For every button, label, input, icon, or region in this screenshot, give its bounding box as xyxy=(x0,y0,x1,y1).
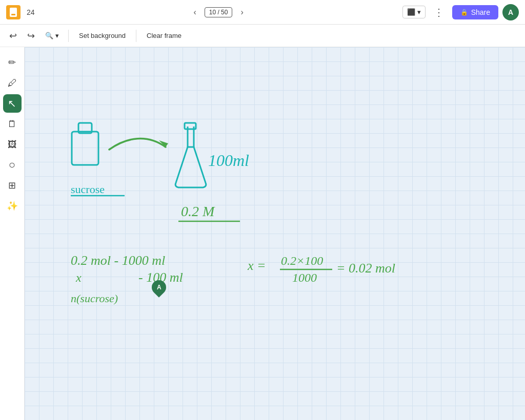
marker-icon: 🖊 xyxy=(8,78,17,89)
top-bar: 24 ‹ 10 / 50 › ⬛ ▾ ⋮ 🔒 Share A xyxy=(0,0,525,25)
marker-tool-button[interactable]: 🖊 xyxy=(3,74,22,92)
zoom-button[interactable]: 🔍 ▾ xyxy=(42,30,62,41)
redo-button[interactable]: ↪ xyxy=(24,28,38,44)
screen-chevron: ▾ xyxy=(417,8,421,16)
shape-icon: ○ xyxy=(9,159,15,171)
volume-label: 100ml xyxy=(208,151,249,170)
eq-x1: x xyxy=(75,271,82,284)
slide-number: 24 xyxy=(27,8,35,16)
nav-next-button[interactable]: › xyxy=(236,6,247,19)
flask xyxy=(175,123,206,187)
select-tool-button[interactable]: ↖ xyxy=(3,94,22,113)
arrow xyxy=(109,139,168,150)
toolbar-divider-2 xyxy=(136,30,136,42)
collaborator-avatar-label: A xyxy=(157,284,161,291)
main-area: ✏ 🖊 ↖ 🗒 🖼 ○ ⊞ ✨ xyxy=(0,47,525,420)
magic-tool-button[interactable]: ✨ xyxy=(3,197,22,215)
set-background-button[interactable]: Set background xyxy=(75,30,130,41)
sticky-note-tool-button[interactable]: 🗒 xyxy=(3,115,22,133)
molarity-label: 0.2 M xyxy=(181,203,215,219)
undo-button[interactable]: ↩ xyxy=(6,28,20,44)
zoom-chevron: ▾ xyxy=(55,32,59,39)
shape-tool-button[interactable]: ○ xyxy=(3,156,22,174)
magic-icon: ✨ xyxy=(7,200,18,212)
svg-rect-0 xyxy=(72,132,98,165)
zoom-icon: 🔍 xyxy=(45,32,53,39)
image-icon: 🖼 xyxy=(8,139,17,150)
sticky-note-icon: 🗒 xyxy=(8,119,17,130)
canvas-area[interactable]: sucrose 100ml 0.2 M 0.2 mol - 1000 ml x … xyxy=(25,47,525,420)
pen-icon: ✏ xyxy=(8,57,16,68)
slide-indicator[interactable]: 10 / 50 xyxy=(205,7,233,17)
more-options-button[interactable]: ⋮ xyxy=(430,4,448,20)
eq-line1: 0.2 mol - 1000 ml xyxy=(71,253,165,268)
eq-numerator: 0.2×100 xyxy=(281,254,323,267)
select-icon: ↖ xyxy=(8,97,16,110)
eq-result: = 0.02 mol xyxy=(336,261,395,276)
share-button[interactable]: 🔒 Share xyxy=(452,5,498,19)
frame-tool-button[interactable]: ⊞ xyxy=(3,176,22,195)
sucrose-bottle xyxy=(72,123,98,165)
pen-tool-button[interactable]: ✏ xyxy=(3,53,22,72)
eq-x2: x = xyxy=(247,258,266,273)
toolbar: ↩ ↪ 🔍 ▾ Set background Clear frame xyxy=(0,25,525,47)
nav-prev-button[interactable]: ‹ xyxy=(189,6,200,19)
lock-icon: 🔒 xyxy=(460,9,468,16)
n-sucrose-label: n(sucrose) xyxy=(71,292,118,305)
clear-frame-button[interactable]: Clear frame xyxy=(143,30,186,41)
image-tool-button[interactable]: 🖼 xyxy=(3,135,22,154)
eq-denominator: 1000 xyxy=(292,271,317,284)
toolbar-divider xyxy=(68,30,69,42)
frame-icon: ⊞ xyxy=(8,180,16,191)
side-toolbar: ✏ 🖊 ↖ 🗒 🖼 ○ ⊞ ✨ xyxy=(0,47,25,420)
screen-share-button[interactable]: ⬛ ▾ xyxy=(402,6,426,18)
drawing-canvas: sucrose 100ml 0.2 M 0.2 mol - 1000 ml x … xyxy=(25,47,525,420)
screen-icon: ⬛ xyxy=(407,8,415,16)
user-avatar[interactable]: A xyxy=(502,4,519,20)
app-logo[interactable] xyxy=(6,5,21,19)
sucrose-label: sucrose xyxy=(71,183,105,196)
